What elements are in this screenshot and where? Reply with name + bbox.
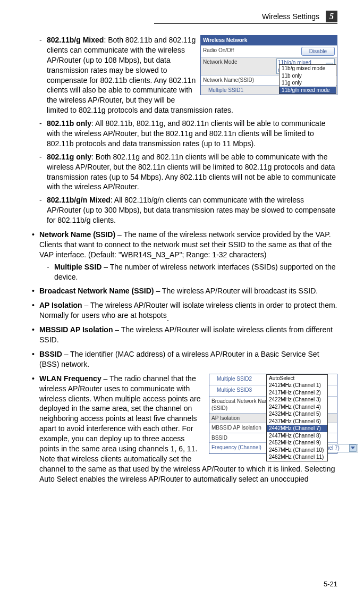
page-header: Wireless Settings 5 — [32, 11, 337, 28]
chapter-number: 5 — [326, 11, 337, 22]
item-apiso: AP Isolation – The wireless AP/Router wi… — [32, 300, 337, 321]
mode-bonly: 802.11b only: All 802.11b, 802.11g, and … — [32, 119, 337, 149]
mode-bgnmixed: 802.11b/g/n Mixed: All 802.11b/g/n clien… — [32, 195, 337, 225]
frequency-panel: AutoSelect 2412MHz (Channel 1) 2417MHz (… — [209, 374, 337, 455]
dd-option[interactable]: 2417MHz (Channel 2) — [267, 389, 327, 397]
channel-options[interactable]: AutoSelect 2412MHz (Channel 1) 2417MHz (… — [266, 374, 328, 461]
item-multssid: Multiple SSID – The number of wireless n… — [39, 262, 337, 282]
item-ssid: Network Name (SSID) – The name of the wi… — [32, 230, 337, 282]
dd-option[interactable]: 2462MHz (Channel 11) — [267, 453, 327, 461]
dd-option[interactable]: 2422MHz (Channel 3) — [267, 396, 327, 403]
dd-option[interactable]: 2447MHz (Channel 8) — [267, 432, 327, 440]
dd-option[interactable]: 2457MHz (Channel 10) — [267, 447, 327, 454]
item-freq: AutoSelect 2412MHz (Channel 1) 2417MHz (… — [32, 374, 337, 484]
dd-option[interactable]: 2452MHz (Channel 9) — [267, 439, 327, 447]
dd-option-selected[interactable]: 11b/g/n mixed mode — [280, 87, 336, 94]
dd-option[interactable]: 2427MHz (Channel 4) — [267, 403, 327, 411]
header-title: Wireless Settings — [262, 12, 319, 22]
item-broadcast: Broadcast Network Name (SSID) – The wire… — [32, 286, 337, 296]
item-bssid: BSSID – The identifier (MAC address) of … — [32, 349, 337, 369]
dd-option[interactable]: 2437MHz (Channel 6) — [267, 418, 327, 425]
dd-option[interactable]: 11b only — [280, 72, 336, 80]
item-mbssid: MBSSID AP Isolation – The wireless AP/Ro… — [32, 325, 337, 345]
dd-option[interactable]: AutoSelect — [267, 375, 327, 382]
dd-option-selected[interactable]: 2442MHz (Channel 7) — [267, 425, 327, 432]
dd-option[interactable]: 2412MHz (Channel 1) — [267, 382, 327, 389]
dd-option[interactable]: 11b/g mixed mode — [280, 65, 336, 72]
page-number: 5-21 — [324, 579, 337, 589]
dd-option[interactable]: 2432MHz (Channel 5) — [267, 410, 327, 418]
dd-option[interactable]: 11g only — [280, 79, 336, 87]
mode-gonly: 802.11g only: Both 802.11g and 802.11n c… — [32, 152, 337, 192]
chevron-down-icon — [349, 444, 357, 452]
network-mode-options[interactable]: 11b/g mixed mode 11b only 11g only 11b/g… — [279, 64, 336, 94]
